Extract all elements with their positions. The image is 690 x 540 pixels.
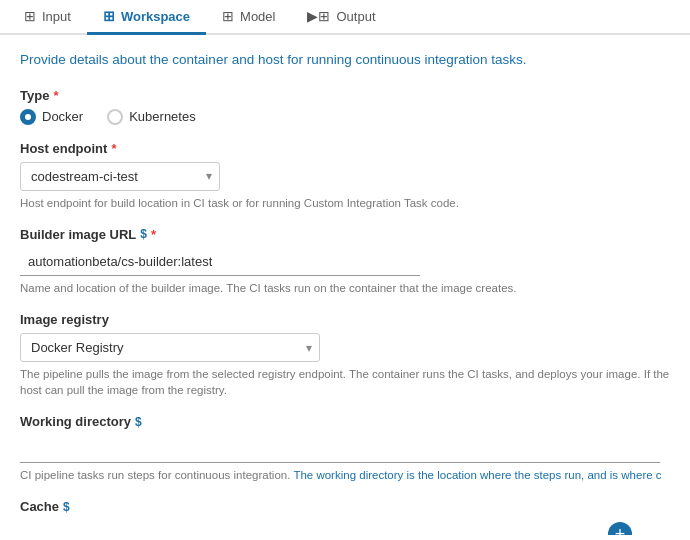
cache-add-button[interactable]: + <box>608 522 632 535</box>
type-field-group: Type * Docker Kubernetes <box>20 88 670 125</box>
radio-kubernetes[interactable]: Kubernetes <box>107 109 196 125</box>
tab-input-label: Input <box>42 9 71 24</box>
page-description: Provide details about the container and … <box>20 51 670 70</box>
host-endpoint-select[interactable]: codestream-ci-test <box>20 162 220 191</box>
radio-docker-label: Docker <box>42 109 83 124</box>
cache-field-group: Cache $ + <box>20 499 670 535</box>
working-directory-hint: CI pipeline tasks run steps for continuo… <box>20 467 670 483</box>
tab-bar: ⊞ Input ⊞ Workspace ⊞ Model ▶⊞ Output <box>0 0 690 35</box>
radio-kubernetes-circle[interactable] <box>107 109 123 125</box>
working-directory-dollar-link[interactable]: $ <box>135 415 142 429</box>
output-tab-icon: ▶⊞ <box>307 8 330 24</box>
input-tab-icon: ⊞ <box>24 8 36 24</box>
tab-workspace-label: Workspace <box>121 9 190 24</box>
builder-image-url-field-group: Builder image URL $ * Name and location … <box>20 227 670 296</box>
cache-label: Cache $ <box>20 499 670 514</box>
radio-kubernetes-label: Kubernetes <box>129 109 196 124</box>
builder-image-required-marker: * <box>151 227 156 242</box>
host-endpoint-select-wrapper: codestream-ci-test ▾ <box>20 162 220 191</box>
cache-dollar-link[interactable]: $ <box>63 500 70 514</box>
tab-model-label: Model <box>240 9 275 24</box>
radio-docker[interactable]: Docker <box>20 109 83 125</box>
type-radio-group: Docker Kubernetes <box>20 109 670 125</box>
image-registry-hint: The pipeline pulls the image from the se… <box>20 366 670 398</box>
tab-model[interactable]: ⊞ Model <box>206 0 291 35</box>
working-directory-input[interactable] <box>20 435 660 463</box>
workspace-tab-icon: ⊞ <box>103 8 115 24</box>
model-tab-icon: ⊞ <box>222 8 234 24</box>
builder-image-hint: Name and location of the builder image. … <box>20 280 670 296</box>
cache-input-row: + <box>20 520 670 535</box>
cache-input[interactable] <box>20 520 600 535</box>
builder-image-url-input[interactable] <box>20 248 420 276</box>
tab-workspace[interactable]: ⊞ Workspace <box>87 0 206 35</box>
host-endpoint-required-marker: * <box>111 141 116 156</box>
image-registry-field-group: Image registry Docker Registry ▾ The pip… <box>20 312 670 398</box>
working-directory-field-group: Working directory $ CI pipeline tasks ru… <box>20 414 670 483</box>
radio-docker-circle[interactable] <box>20 109 36 125</box>
host-endpoint-hint: Host endpoint for build location in CI t… <box>20 195 670 211</box>
tab-output-label: Output <box>336 9 375 24</box>
tab-output[interactable]: ▶⊞ Output <box>291 0 391 35</box>
host-endpoint-label: Host endpoint * <box>20 141 670 156</box>
builder-image-dollar-link[interactable]: $ <box>140 227 147 241</box>
working-directory-label: Working directory $ <box>20 414 670 429</box>
tab-input[interactable]: ⊞ Input <box>8 0 87 35</box>
builder-image-url-label: Builder image URL $ * <box>20 227 670 242</box>
image-registry-select-wrapper: Docker Registry ▾ <box>20 333 320 362</box>
image-registry-select[interactable]: Docker Registry <box>20 333 320 362</box>
image-registry-label: Image registry <box>20 312 670 327</box>
host-endpoint-field-group: Host endpoint * codestream-ci-test ▾ Hos… <box>20 141 670 211</box>
type-label: Type * <box>20 88 670 103</box>
main-content: Provide details about the container and … <box>0 35 690 535</box>
type-required-marker: * <box>53 88 58 103</box>
